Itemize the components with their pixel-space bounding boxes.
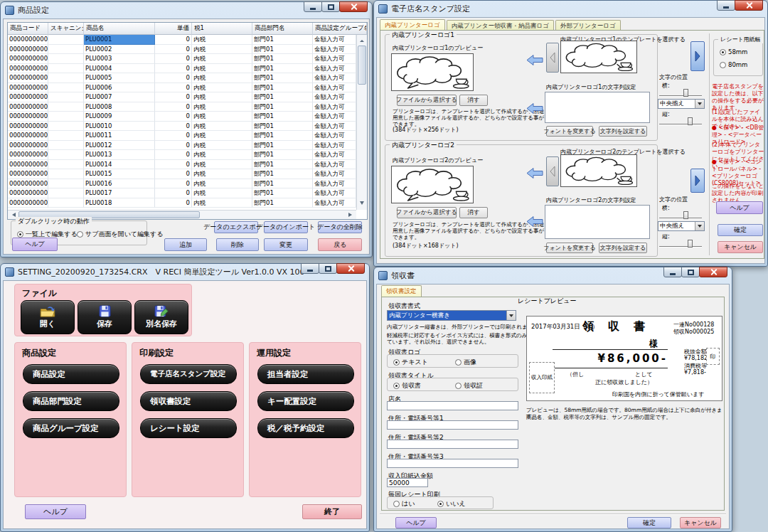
add-button[interactable]: 追加: [164, 238, 207, 251]
addr1-input[interactable]: [387, 420, 518, 430]
vertical-slider[interactable]: [659, 240, 702, 248]
stamp-amount-input[interactable]: 50000: [387, 478, 428, 487]
table-row[interactable]: 0000000000000009 PLU0009 0 内税 部門01 金額入力可: [8, 112, 356, 122]
minimize-button[interactable]: [663, 267, 682, 277]
cell-product-name[interactable]: PLU0008: [84, 102, 155, 112]
table-row[interactable]: 0000000000000017 PLU0017 0 内税 部門01 金額入力可: [8, 188, 356, 198]
logo2-change-font-button[interactable]: フォントを変更する: [546, 243, 593, 253]
logo2-template-next-button[interactable]: [690, 169, 705, 193]
cell-product-name[interactable]: PLU0007: [84, 92, 155, 102]
receipt-format-dropdown[interactable]: 内蔵プリンター横書き: [387, 310, 516, 321]
help-button[interactable]: ヘルプ: [716, 201, 763, 214]
cell-product-name[interactable]: PLU0011: [84, 131, 155, 141]
close-button[interactable]: [336, 263, 365, 274]
radio-edit-in-subscreen[interactable]: サブ画面を開いて編集する: [77, 230, 163, 239]
align-dropdown[interactable]: 中央揃え: [658, 221, 705, 231]
logo2-select-file-button[interactable]: ファイルから選択する: [397, 207, 457, 218]
logo2-template-prev-button[interactable]: [546, 156, 559, 186]
cell-product-name[interactable]: PLU0005: [84, 73, 155, 83]
radio-logo-image[interactable]: 画像: [455, 358, 476, 367]
logo1-template-next-button[interactable]: [690, 41, 705, 71]
col-header-unit-price[interactable]: 単価: [155, 23, 192, 35]
data-export-button[interactable]: データのエクスポート: [214, 221, 258, 233]
logo2-erase-button[interactable]: 消す: [459, 207, 488, 218]
open-button[interactable]: 開く: [21, 300, 75, 334]
table-row[interactable]: 0000000000000018 PLU0018 0 内税 部門01 金額入力可: [8, 198, 356, 208]
save-button[interactable]: 保存: [78, 300, 132, 334]
radio-title-ryoshusho[interactable]: 領収書: [393, 381, 421, 390]
table-row[interactable]: 0000000000000002 PLU0002 0 内税 部門01 金額入力可: [8, 45, 356, 55]
logo2-text-input[interactable]: [545, 205, 650, 239]
cancel-button[interactable]: キャンセル: [718, 241, 763, 253]
data-import-button[interactable]: データのインポート: [264, 221, 308, 233]
logo2-set-string-button[interactable]: 文字列を設定する: [599, 243, 647, 253]
titlebar[interactable]: 電子店名スタンプ設定: [374, 1, 767, 17]
vertical-slider[interactable]: [659, 117, 702, 126]
horizontal-slider[interactable]: [659, 89, 702, 97]
table-row[interactable]: 0000000000000008 PLU0008 0 内税 部門01 金額入力可: [8, 102, 356, 112]
dropdown-arrow-icon[interactable]: [695, 100, 704, 108]
help-button[interactable]: ヘルプ: [395, 517, 437, 528]
stamp-settings-button[interactable]: 電子店名スタンプ設定: [140, 364, 237, 384]
confirm-button[interactable]: 確定: [718, 224, 763, 236]
close-button[interactable]: [699, 267, 727, 277]
minimize-button[interactable]: [717, 0, 735, 11]
logo1-set-string-button[interactable]: 文字列を設定する: [599, 126, 647, 137]
cell-product-name[interactable]: PLU0017: [84, 188, 155, 198]
tax-settings-button[interactable]: 税／税予約設定: [257, 418, 354, 438]
data-delete-all-button[interactable]: データの全削除: [318, 221, 362, 233]
table-row[interactable]: 0000000000000003 PLU0003 0 内税 部門01 金額入力可: [8, 54, 356, 64]
back-button[interactable]: 戻る: [318, 238, 362, 251]
vertical-scrollbar[interactable]: [356, 35, 367, 210]
logo1-template-prev-button[interactable]: [546, 43, 559, 73]
logo1-change-font-button[interactable]: フォントを変更する: [546, 126, 593, 137]
table-row[interactable]: 0000000000000015 PLU0015 0 内税 部門01 金額入力可: [8, 169, 356, 179]
table-row[interactable]: 0000000000000007 PLU0007 0 内税 部門01 金額入力可: [8, 92, 356, 102]
dropdown-arrow-icon[interactable]: [506, 311, 516, 320]
cell-product-name[interactable]: PLU0004: [84, 64, 155, 74]
col-header-tax1[interactable]: 税1: [192, 23, 252, 35]
logo1-select-file-button[interactable]: ファイルから選択する: [397, 95, 457, 106]
receipt-settings-button[interactable]: 領収書設定: [140, 391, 237, 411]
key-layout-settings-button[interactable]: キー配置設定: [257, 391, 354, 411]
titlebar[interactable]: SETTING_20200920_173254.CRX V RECI 簡単設定ツ…: [1, 264, 369, 280]
radio-logo-text[interactable]: テキスト: [393, 358, 428, 367]
radio-yes[interactable]: はい: [393, 499, 415, 509]
exit-button[interactable]: 終了: [302, 504, 362, 519]
department-settings-button[interactable]: 商品部門設定: [23, 391, 119, 411]
help-button[interactable]: ヘルプ: [25, 504, 86, 519]
horizontal-slider[interactable]: [659, 211, 702, 220]
delete-button[interactable]: 削除: [216, 238, 259, 251]
cell-product-name[interactable]: PLU0010: [84, 122, 155, 132]
col-header-group[interactable]: 商品設定グループ名: [313, 23, 367, 35]
confirm-button[interactable]: 確定: [627, 517, 671, 528]
table-row[interactable]: 0000000000000010 PLU0010 0 内税 部門01 金額入力可: [8, 122, 356, 132]
slider-thumb[interactable]: [683, 211, 688, 219]
titlebar[interactable]: 商品設定: [1, 2, 372, 18]
addr2-input[interactable]: [387, 440, 518, 449]
minimize-button[interactable]: [304, 1, 322, 12]
maximize-button[interactable]: [321, 1, 340, 12]
save-as-button[interactable]: 別名保存: [134, 300, 188, 334]
minimize-button[interactable]: [301, 263, 319, 274]
table-row[interactable]: 0000000000000014 PLU0014 0 内税 部門01 金額入力可: [8, 160, 356, 170]
cell-product-name[interactable]: PLU0003: [84, 54, 155, 64]
slider-thumb[interactable]: [683, 89, 688, 97]
slider-thumb[interactable]: [688, 117, 693, 125]
cell-product-name[interactable]: PLU0015: [84, 169, 155, 179]
titlebar[interactable]: 領収書: [374, 267, 732, 284]
cell-product-name[interactable]: PLU0016: [84, 179, 155, 189]
table-row[interactable]: 0000000000000006 PLU0006 0 内税 部門01 金額入力可: [8, 83, 356, 93]
radio-no[interactable]: いいえ: [437, 499, 466, 509]
cell-product-name[interactable]: PLU0018: [84, 198, 155, 208]
slider-thumb[interactable]: [688, 240, 693, 248]
scrollbar-thumb[interactable]: [358, 46, 366, 85]
col-header-product-name[interactable]: 商品名: [84, 23, 155, 35]
cell-product-name[interactable]: PLU0001: [84, 35, 155, 45]
close-button[interactable]: [735, 0, 763, 11]
maximize-button[interactable]: [319, 263, 337, 274]
cell-product-name[interactable]: PLU0013: [84, 150, 155, 160]
group-settings-button[interactable]: 商品グループ設定: [23, 418, 119, 438]
col-header-product-code[interactable]: 商品コード: [8, 23, 48, 35]
maximize-button[interactable]: [681, 267, 700, 277]
